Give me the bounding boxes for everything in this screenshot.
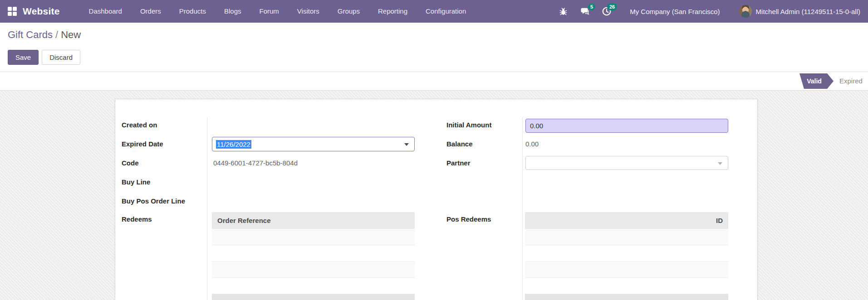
group-separator-right [522, 117, 523, 300]
statusbar-state-expired[interactable]: Expired [839, 72, 863, 90]
menu-item-orders[interactable]: Orders [140, 0, 161, 23]
redeems-column-order-reference[interactable]: Order Reference [212, 212, 415, 229]
messages-count-badge: 5 [588, 3, 595, 10]
avatar [739, 5, 752, 18]
partner-label: Partner [446, 159, 471, 167]
table-row [212, 245, 415, 261]
pos-redeems-label: Pos Redeems [446, 215, 491, 223]
table-footer [212, 294, 415, 300]
messages-menu[interactable]: 5 [580, 6, 590, 16]
redeems-label: Redeems [122, 215, 152, 223]
statusbar-state-valid[interactable]: Valid [799, 73, 834, 89]
expired-date-label: Expired Date [122, 140, 163, 148]
statusbar: Valid Expired [0, 72, 868, 91]
bug-icon [559, 7, 568, 16]
main-menu: Dashboard Orders Products Blogs Forum Vi… [89, 0, 466, 23]
menu-item-visitors[interactable]: Visitors [297, 0, 319, 23]
gift-card-form-page: Website Dashboard Orders Products Blogs … [0, 0, 868, 300]
apps-grid-icon[interactable] [8, 7, 17, 16]
expired-date-input[interactable]: 11/26/2022 [212, 137, 415, 151]
menu-item-reporting[interactable]: Reporting [378, 0, 407, 23]
pos-redeems-column-id[interactable]: ID [525, 212, 728, 229]
table-row [525, 245, 728, 261]
table-row [525, 229, 728, 245]
content-area: Created on Expired Date Code Buy Line Bu… [0, 91, 868, 300]
partner-input[interactable] [525, 156, 728, 170]
app-brand[interactable]: Website [23, 6, 60, 17]
breadcrumb-separator: / [53, 29, 61, 40]
save-button[interactable]: Save [8, 50, 39, 65]
code-value: 0449-6001-4727-bc5b-804d [213, 159, 298, 167]
action-buttons: Save Discard [8, 50, 80, 65]
table-footer [525, 294, 728, 300]
table-row [525, 261, 728, 278]
activities-menu[interactable]: 26 [602, 6, 612, 16]
user-menu[interactable]: Mitchell Admin (11249511-15-0-all) [739, 5, 860, 18]
user-name: Mitchell Admin (11249511-15-0-all) [756, 8, 860, 15]
activities-count-badge: 26 [607, 3, 617, 10]
group-separator-left [207, 117, 207, 300]
form-sheet: Created on Expired Date Code Buy Line Bu… [115, 99, 758, 300]
table-row [525, 278, 728, 294]
debug-bug-icon[interactable] [558, 6, 568, 16]
discard-button[interactable]: Discard [42, 50, 80, 65]
top-navbar: Website Dashboard Orders Products Blogs … [0, 0, 868, 23]
table-row [212, 278, 415, 294]
initial-amount-label: Initial Amount [446, 121, 491, 129]
pos-redeems-table: ID [525, 212, 728, 300]
menu-item-groups[interactable]: Groups [338, 0, 360, 23]
menu-item-forum[interactable]: Forum [260, 0, 279, 23]
code-label: Code [122, 159, 139, 167]
menu-item-configuration[interactable]: Configuration [426, 0, 466, 23]
buy-pos-order-line-label: Buy Pos Order Line [122, 197, 185, 205]
dropdown-caret-icon [718, 162, 722, 165]
table-row [212, 261, 415, 278]
menu-item-products[interactable]: Products [179, 0, 206, 23]
menu-item-blogs[interactable]: Blogs [224, 0, 241, 23]
initial-amount-input[interactable]: 0.00 [525, 119, 728, 133]
initial-amount-value: 0.00 [530, 122, 543, 130]
balance-value: 0.00 [525, 140, 539, 148]
datepicker-caret-icon [404, 143, 409, 146]
redeems-table: Order Reference [212, 212, 415, 300]
navbar-systray: 5 26 My Company (San Francisco) Mitchell… [546, 5, 868, 18]
table-row [212, 229, 415, 245]
expired-date-selected-text: 11/26/2022 [216, 140, 251, 149]
balance-label: Balance [446, 140, 473, 148]
navbar-left: Website Dashboard Orders Products Blogs … [0, 0, 466, 23]
breadcrumb-gift-cards-link[interactable]: Gift Cards [8, 29, 53, 40]
company-switcher[interactable]: My Company (San Francisco) [630, 8, 720, 15]
breadcrumb: Gift Cards/New [8, 29, 81, 41]
buy-line-label: Buy Line [122, 178, 150, 186]
menu-item-dashboard[interactable]: Dashboard [89, 0, 122, 23]
breadcrumb-current: New [61, 29, 81, 40]
created-on-label: Created on [122, 121, 157, 129]
